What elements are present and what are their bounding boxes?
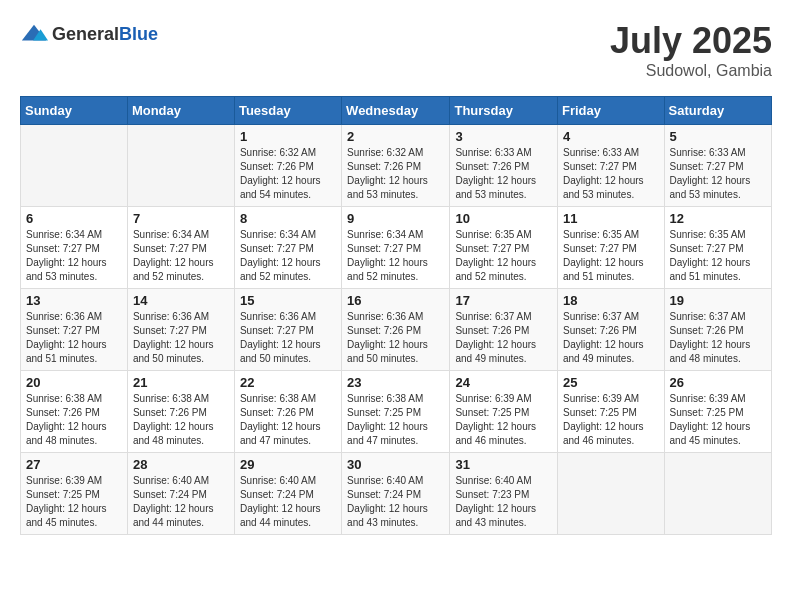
day-number: 29 — [240, 457, 336, 472]
cell-info: Sunrise: 6:39 AMSunset: 7:25 PMDaylight:… — [563, 392, 659, 448]
day-number: 18 — [563, 293, 659, 308]
cell-info: Sunrise: 6:34 AMSunset: 7:27 PMDaylight:… — [347, 228, 444, 284]
day-number: 1 — [240, 129, 336, 144]
calendar-cell: 19Sunrise: 6:37 AMSunset: 7:26 PMDayligh… — [664, 289, 771, 371]
calendar-cell: 3Sunrise: 6:33 AMSunset: 7:26 PMDaylight… — [450, 125, 558, 207]
cell-info: Sunrise: 6:36 AMSunset: 7:27 PMDaylight:… — [133, 310, 229, 366]
calendar-cell — [664, 453, 771, 535]
cell-info: Sunrise: 6:32 AMSunset: 7:26 PMDaylight:… — [347, 146, 444, 202]
calendar-cell: 13Sunrise: 6:36 AMSunset: 7:27 PMDayligh… — [21, 289, 128, 371]
calendar-cell: 15Sunrise: 6:36 AMSunset: 7:27 PMDayligh… — [234, 289, 341, 371]
cell-info: Sunrise: 6:34 AMSunset: 7:27 PMDaylight:… — [26, 228, 122, 284]
cell-info: Sunrise: 6:39 AMSunset: 7:25 PMDaylight:… — [670, 392, 766, 448]
cell-info: Sunrise: 6:32 AMSunset: 7:26 PMDaylight:… — [240, 146, 336, 202]
day-number: 8 — [240, 211, 336, 226]
day-number: 11 — [563, 211, 659, 226]
calendar-cell: 1Sunrise: 6:32 AMSunset: 7:26 PMDaylight… — [234, 125, 341, 207]
calendar-week-row: 27Sunrise: 6:39 AMSunset: 7:25 PMDayligh… — [21, 453, 772, 535]
day-number: 24 — [455, 375, 552, 390]
calendar-cell: 17Sunrise: 6:37 AMSunset: 7:26 PMDayligh… — [450, 289, 558, 371]
logo-icon — [20, 20, 48, 48]
cell-info: Sunrise: 6:33 AMSunset: 7:27 PMDaylight:… — [670, 146, 766, 202]
day-number: 21 — [133, 375, 229, 390]
day-number: 26 — [670, 375, 766, 390]
calendar-cell: 25Sunrise: 6:39 AMSunset: 7:25 PMDayligh… — [558, 371, 665, 453]
calendar-week-row: 13Sunrise: 6:36 AMSunset: 7:27 PMDayligh… — [21, 289, 772, 371]
logo-text: GeneralBlue — [52, 24, 158, 45]
cell-info: Sunrise: 6:40 AMSunset: 7:24 PMDaylight:… — [133, 474, 229, 530]
calendar-body: 1Sunrise: 6:32 AMSunset: 7:26 PMDaylight… — [21, 125, 772, 535]
weekday-header: Thursday — [450, 97, 558, 125]
day-number: 15 — [240, 293, 336, 308]
weekday-row: SundayMondayTuesdayWednesdayThursdayFrid… — [21, 97, 772, 125]
day-number: 3 — [455, 129, 552, 144]
calendar-cell: 21Sunrise: 6:38 AMSunset: 7:26 PMDayligh… — [127, 371, 234, 453]
weekday-header: Tuesday — [234, 97, 341, 125]
cell-info: Sunrise: 6:33 AMSunset: 7:26 PMDaylight:… — [455, 146, 552, 202]
calendar-table: SundayMondayTuesdayWednesdayThursdayFrid… — [20, 96, 772, 535]
day-number: 17 — [455, 293, 552, 308]
day-number: 28 — [133, 457, 229, 472]
day-number: 27 — [26, 457, 122, 472]
title-block: July 2025 Sudowol, Gambia — [610, 20, 772, 80]
calendar-cell — [558, 453, 665, 535]
location-subtitle: Sudowol, Gambia — [610, 62, 772, 80]
cell-info: Sunrise: 6:37 AMSunset: 7:26 PMDaylight:… — [563, 310, 659, 366]
cell-info: Sunrise: 6:39 AMSunset: 7:25 PMDaylight:… — [455, 392, 552, 448]
cell-info: Sunrise: 6:38 AMSunset: 7:26 PMDaylight:… — [133, 392, 229, 448]
day-number: 20 — [26, 375, 122, 390]
calendar-cell — [127, 125, 234, 207]
cell-info: Sunrise: 6:37 AMSunset: 7:26 PMDaylight:… — [670, 310, 766, 366]
calendar-cell: 12Sunrise: 6:35 AMSunset: 7:27 PMDayligh… — [664, 207, 771, 289]
day-number: 6 — [26, 211, 122, 226]
day-number: 16 — [347, 293, 444, 308]
calendar-cell: 11Sunrise: 6:35 AMSunset: 7:27 PMDayligh… — [558, 207, 665, 289]
calendar-cell: 22Sunrise: 6:38 AMSunset: 7:26 PMDayligh… — [234, 371, 341, 453]
cell-info: Sunrise: 6:40 AMSunset: 7:24 PMDaylight:… — [240, 474, 336, 530]
day-number: 7 — [133, 211, 229, 226]
calendar-cell: 10Sunrise: 6:35 AMSunset: 7:27 PMDayligh… — [450, 207, 558, 289]
cell-info: Sunrise: 6:34 AMSunset: 7:27 PMDaylight:… — [240, 228, 336, 284]
cell-info: Sunrise: 6:38 AMSunset: 7:26 PMDaylight:… — [240, 392, 336, 448]
calendar-cell: 23Sunrise: 6:38 AMSunset: 7:25 PMDayligh… — [342, 371, 450, 453]
day-number: 2 — [347, 129, 444, 144]
day-number: 23 — [347, 375, 444, 390]
calendar-cell: 24Sunrise: 6:39 AMSunset: 7:25 PMDayligh… — [450, 371, 558, 453]
day-number: 14 — [133, 293, 229, 308]
calendar-cell: 14Sunrise: 6:36 AMSunset: 7:27 PMDayligh… — [127, 289, 234, 371]
calendar-cell: 8Sunrise: 6:34 AMSunset: 7:27 PMDaylight… — [234, 207, 341, 289]
weekday-header: Monday — [127, 97, 234, 125]
month-title: July 2025 — [610, 20, 772, 62]
calendar-cell: 29Sunrise: 6:40 AMSunset: 7:24 PMDayligh… — [234, 453, 341, 535]
day-number: 31 — [455, 457, 552, 472]
calendar-cell: 5Sunrise: 6:33 AMSunset: 7:27 PMDaylight… — [664, 125, 771, 207]
calendar-cell: 31Sunrise: 6:40 AMSunset: 7:23 PMDayligh… — [450, 453, 558, 535]
cell-info: Sunrise: 6:40 AMSunset: 7:23 PMDaylight:… — [455, 474, 552, 530]
cell-info: Sunrise: 6:35 AMSunset: 7:27 PMDaylight:… — [455, 228, 552, 284]
cell-info: Sunrise: 6:37 AMSunset: 7:26 PMDaylight:… — [455, 310, 552, 366]
day-number: 30 — [347, 457, 444, 472]
day-number: 10 — [455, 211, 552, 226]
calendar-cell: 26Sunrise: 6:39 AMSunset: 7:25 PMDayligh… — [664, 371, 771, 453]
day-number: 19 — [670, 293, 766, 308]
cell-info: Sunrise: 6:36 AMSunset: 7:26 PMDaylight:… — [347, 310, 444, 366]
calendar-cell: 27Sunrise: 6:39 AMSunset: 7:25 PMDayligh… — [21, 453, 128, 535]
calendar-cell: 2Sunrise: 6:32 AMSunset: 7:26 PMDaylight… — [342, 125, 450, 207]
cell-info: Sunrise: 6:40 AMSunset: 7:24 PMDaylight:… — [347, 474, 444, 530]
day-number: 4 — [563, 129, 659, 144]
weekday-header: Saturday — [664, 97, 771, 125]
calendar-cell: 18Sunrise: 6:37 AMSunset: 7:26 PMDayligh… — [558, 289, 665, 371]
cell-info: Sunrise: 6:36 AMSunset: 7:27 PMDaylight:… — [26, 310, 122, 366]
cell-info: Sunrise: 6:33 AMSunset: 7:27 PMDaylight:… — [563, 146, 659, 202]
day-number: 9 — [347, 211, 444, 226]
logo-general: General — [52, 24, 119, 44]
day-number: 22 — [240, 375, 336, 390]
weekday-header: Wednesday — [342, 97, 450, 125]
cell-info: Sunrise: 6:36 AMSunset: 7:27 PMDaylight:… — [240, 310, 336, 366]
cell-info: Sunrise: 6:34 AMSunset: 7:27 PMDaylight:… — [133, 228, 229, 284]
day-number: 25 — [563, 375, 659, 390]
logo-blue: Blue — [119, 24, 158, 44]
calendar-cell — [21, 125, 128, 207]
calendar-cell: 4Sunrise: 6:33 AMSunset: 7:27 PMDaylight… — [558, 125, 665, 207]
calendar-cell: 20Sunrise: 6:38 AMSunset: 7:26 PMDayligh… — [21, 371, 128, 453]
